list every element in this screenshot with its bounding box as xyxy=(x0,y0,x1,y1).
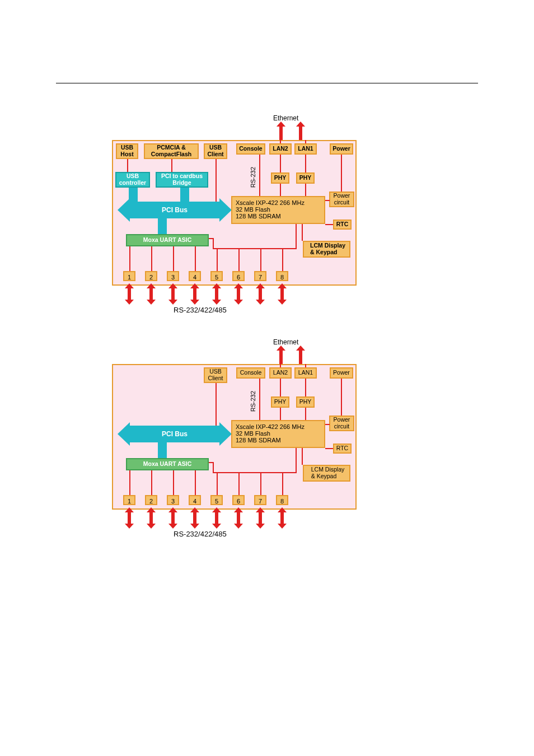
port-arrow xyxy=(149,512,153,524)
port-arrow xyxy=(171,288,175,300)
serial-port-3: 3 xyxy=(167,495,179,505)
phy2-box: PHY xyxy=(271,172,289,184)
lan1-box: LAN1 xyxy=(294,367,317,379)
serial-port-5: 5 xyxy=(210,271,223,281)
port-arrow xyxy=(128,288,131,300)
port-arrow xyxy=(171,512,175,524)
port-arrow xyxy=(280,288,284,300)
pci-bus-arrow: PCI Bus xyxy=(130,426,219,442)
port-arrow xyxy=(128,512,131,524)
phy2-box: PHY xyxy=(271,396,289,408)
usb-controller-box: USB controller xyxy=(115,172,150,188)
port-arrow xyxy=(215,512,218,524)
ethernet-arrow xyxy=(279,351,283,364)
port-arrow xyxy=(215,288,218,300)
pci-bridge-box: PCI to cardbus Bridge xyxy=(156,172,208,188)
rs232-vert-label: RS-232 xyxy=(250,167,256,188)
serial-port-8: 8 xyxy=(276,271,288,281)
usb-client-box: USB Client xyxy=(204,367,227,383)
power-box: Power xyxy=(330,143,353,155)
rtc-box: RTC xyxy=(333,444,352,454)
serial-port-3: 3 xyxy=(167,271,179,281)
lan2-box: LAN2 xyxy=(269,367,292,379)
serial-port-1: 1 xyxy=(123,495,135,505)
rule xyxy=(56,83,478,83)
block-diagram-top: Ethernet USB Host PCMCIA & CompactFlash … xyxy=(112,112,358,319)
serial-port-7: 7 xyxy=(254,271,266,281)
port-arrow xyxy=(237,512,240,524)
serial-port-4: 4 xyxy=(189,271,201,281)
serial-port-2: 2 xyxy=(145,495,157,505)
bus-label: RS-232/422/485 xyxy=(174,530,227,538)
port-arrow xyxy=(259,512,262,524)
cpu-box: Xscale IXP-422 266 MHz 32 MB Flash 128 M… xyxy=(231,420,325,448)
lan1-box: LAN1 xyxy=(294,143,317,155)
serial-port-5: 5 xyxy=(210,495,223,505)
rtc-box: RTC xyxy=(333,220,352,230)
usb-host-box: USB Host xyxy=(116,143,138,159)
port-arrow xyxy=(149,288,153,300)
uart-box: Moxa UART ASIC xyxy=(126,458,209,470)
port-arrow xyxy=(193,512,196,524)
serial-port-6: 6 xyxy=(232,495,245,505)
port-arrow xyxy=(237,288,240,300)
ethernet-label: Ethernet xyxy=(273,338,298,346)
serial-port-1: 1 xyxy=(123,271,135,281)
lan2-box: LAN2 xyxy=(269,143,292,155)
serial-port-4: 4 xyxy=(189,495,201,505)
phy1-box: PHY xyxy=(296,172,315,184)
power-circuit-box: Power circuit xyxy=(329,416,354,431)
serial-port-6: 6 xyxy=(232,271,245,281)
usb-client-box: USB Client xyxy=(204,143,227,159)
console-box: Console xyxy=(236,143,265,155)
cpu-box: Xscale IXP-422 266 MHz 32 MB Flash 128 M… xyxy=(231,196,325,224)
port-arrow xyxy=(280,512,284,524)
serial-port-8: 8 xyxy=(276,495,288,505)
rs232-vert-label: RS-232 xyxy=(250,391,256,412)
uart-box: Moxa UART ASIC xyxy=(126,234,209,246)
console-box: Console xyxy=(236,367,265,379)
lcm-box: LCM Display & Keypad xyxy=(303,465,350,482)
pci-bus-arrow: PCI Bus xyxy=(130,202,219,218)
ethernet-arrow xyxy=(299,127,302,140)
page: Ethernet USB Host PCMCIA & CompactFlash … xyxy=(0,0,534,543)
phy1-box: PHY xyxy=(296,396,315,408)
pcmcia-box: PCMCIA & CompactFlash xyxy=(144,143,199,159)
serial-port-7: 7 xyxy=(254,495,266,505)
ethernet-arrow xyxy=(279,127,283,140)
bus-label: RS-232/422/485 xyxy=(174,306,227,314)
block-diagram-bottom: Ethernet USB Client Console LAN2 LAN1 Po… xyxy=(112,336,358,543)
ethernet-label: Ethernet xyxy=(273,114,298,122)
power-box: Power xyxy=(330,367,353,379)
port-arrow xyxy=(259,288,262,300)
port-arrow xyxy=(193,288,196,300)
serial-port-2: 2 xyxy=(145,271,157,281)
power-circuit-box: Power circuit xyxy=(329,192,354,207)
ethernet-arrow xyxy=(299,351,302,364)
lcm-box: LCM Display & Keypad xyxy=(303,241,350,258)
